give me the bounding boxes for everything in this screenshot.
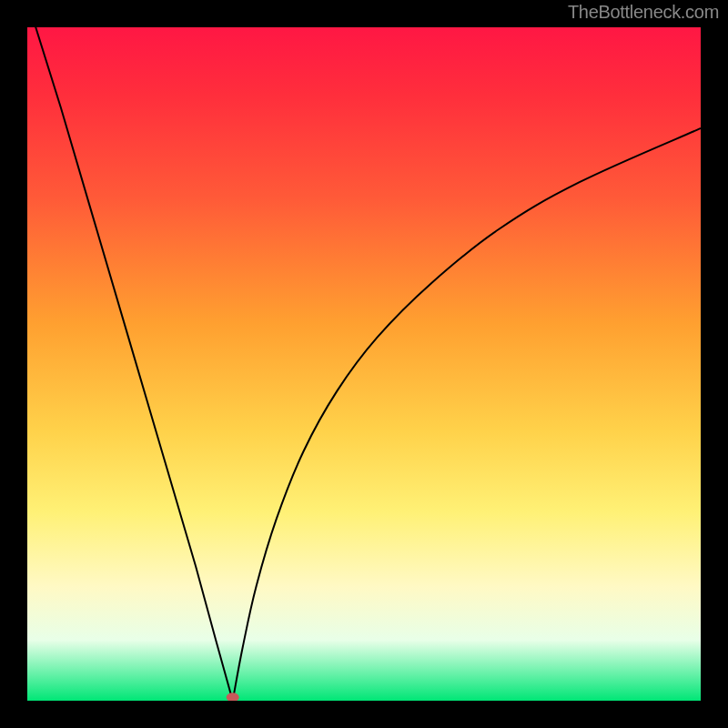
outer-frame: TheBottleneck.com	[0, 0, 728, 728]
plot-area	[27, 27, 701, 701]
minimum-marker	[227, 693, 239, 701]
watermark-label: TheBottleneck.com	[568, 2, 719, 23]
curve-left-branch	[27, 27, 233, 701]
curve-right-branch	[233, 128, 701, 701]
chart-svg	[27, 27, 701, 701]
